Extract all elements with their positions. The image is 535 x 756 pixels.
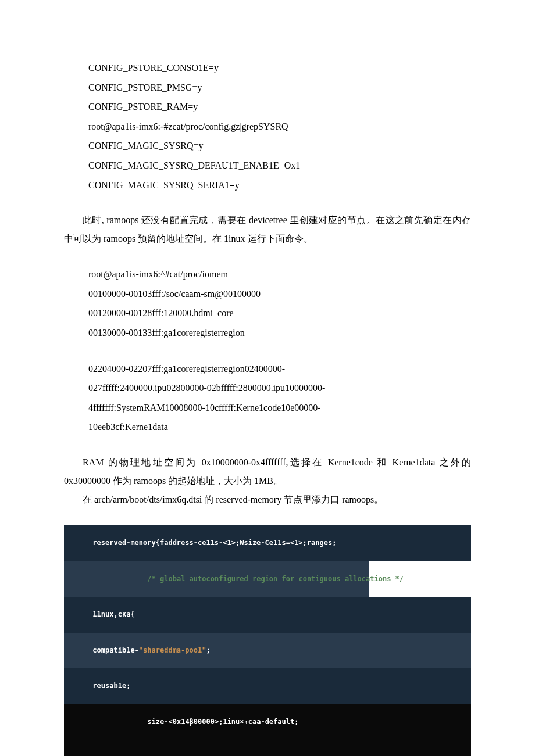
config-line: CONFIG_MAGIC_SYSRQ=y — [88, 136, 471, 156]
iomem-line: 00130000-00133fff:ga1coreregisterregion — [88, 323, 471, 343]
code-text: 11nux,cка{ — [92, 610, 134, 618]
code-text: ; — [206, 646, 210, 654]
code-comment: /* global autoconfigured region for cont… — [147, 575, 404, 583]
config-line: CONFIG_PSTORE_CONSO1E=y — [88, 58, 471, 78]
iomem-line: 027fffff:2400000.ipu02800000-02bfffff:28… — [88, 378, 471, 398]
paragraph-text: 在 arch/arm/boot/dts/imx6q.dtsi 的 reserve… — [64, 490, 383, 509]
iomem-line: 00120000-00128fff:120000.hdmi_core — [88, 303, 471, 323]
iomem-line: 00100000-00103fff:/soc/caam-sm@00100000 — [88, 284, 471, 304]
paragraph-text: 此时, ramoops 还没有配置完成，需要在 devicetree 里创建对应… — [64, 211, 471, 248]
iomem-line: 4fffffff:SystemRAM10008000-10cfffff:Kern… — [88, 398, 471, 418]
device-tree-code-block: reserved-menory{faddress-ce11s-<1>;Wsize… — [64, 525, 471, 756]
iomem-line: 10eeb3cf:Kerne1data — [88, 417, 471, 437]
iomem-line: 02204000-02207fff:ga1coreregisterregion0… — [88, 359, 471, 379]
code-text: reusab1e; — [92, 682, 130, 690]
paragraph-text: RAM 的物理地址空间为 0x10000000-0x4fffffff,选择在 K… — [64, 453, 471, 490]
code-line-comment: /* global autoconfigured region for cont… — [64, 561, 369, 597]
code-line: compatib1e-"shareddma-poo1"; — [64, 633, 471, 669]
paragraph-3: 在 arch/arm/boot/dts/imx6q.dtsi 的 reserve… — [64, 490, 471, 509]
iomem-line: root@apa1is-imx6:^#cat/proc/iomem — [88, 264, 471, 284]
code-text: size-<0x14β00000>;1inu×₄caa-default; — [147, 718, 298, 726]
code-line: size-<0x14β00000>;1inu×₄caa-default; — [64, 704, 471, 740]
paragraph-1: 此时, ramoops 还没有配置完成，需要在 devicetree 里创建对应… — [64, 211, 471, 248]
code-text: compatib1e- — [92, 646, 138, 654]
config-line: CONFIG_PSTORE_PMSG=y — [88, 78, 471, 98]
config-line: CONFIG_MAGIC_SYSRQ_DEFAU1T_ENAB1E=Ox1 — [88, 156, 471, 175]
iomem-block-1: root@apa1is-imx6:^#cat/proc/iomem 001000… — [64, 264, 471, 342]
code-text: reserved-menory{faddress-ce11s-<1>;Wsize… — [92, 539, 336, 547]
code-line-blank — [64, 740, 471, 753]
code-line: }; — [64, 753, 471, 756]
config-line: root@apa1is-imx6:-#zcat/proc/config.gz|g… — [88, 117, 471, 137]
code-line: reusab1e; — [64, 668, 471, 704]
iomem-block-2: 02204000-02207fff:ga1coreregisterregion0… — [64, 359, 471, 437]
document-page: CONFIG_PSTORE_CONSO1E=y CONFIG_PSTORE_PM… — [0, 0, 535, 756]
config-block-1: CONFIG_PSTORE_CONSO1E=y CONFIG_PSTORE_PM… — [64, 58, 471, 195]
config-line: CONFIG_PSTORE_RAM=y — [88, 97, 471, 117]
code-line: reserved-menory{faddress-ce11s-<1>;Wsize… — [64, 525, 471, 561]
config-line: CONFIG_MAGIC_SYSRQ_SERIA1=y — [88, 175, 471, 195]
code-line: 11nux,cка{ — [64, 597, 471, 633]
paragraph-2: RAM 的物理地址空间为 0x10000000-0x4fffffff,选择在 K… — [64, 453, 471, 490]
code-string: "shareddma-poo1" — [139, 646, 206, 654]
